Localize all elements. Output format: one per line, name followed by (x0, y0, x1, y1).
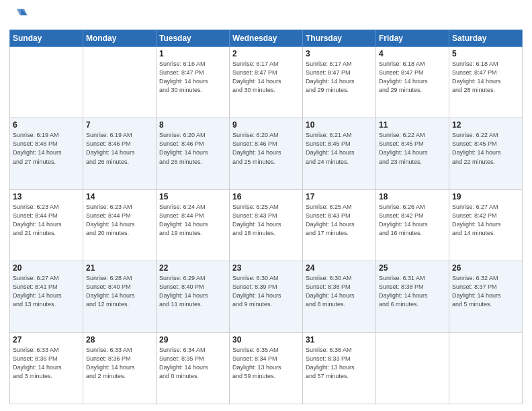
day-number: 26 (452, 263, 519, 273)
calendar-week-5: 27Sunrise: 6:33 AM Sunset: 8:36 PM Dayli… (10, 332, 523, 404)
calendar-cell: 26Sunrise: 6:32 AM Sunset: 8:37 PM Dayli… (449, 261, 523, 332)
day-number: 22 (159, 263, 226, 273)
cell-content: Sunrise: 6:24 AM Sunset: 8:44 PM Dayligh… (159, 203, 226, 238)
calendar-cell: 16Sunrise: 6:25 AM Sunset: 8:43 PM Dayli… (230, 189, 303, 261)
cell-content: Sunrise: 6:30 AM Sunset: 8:39 PM Dayligh… (232, 274, 300, 309)
day-number: 6 (13, 120, 80, 130)
calendar-cell: 19Sunrise: 6:27 AM Sunset: 8:42 PM Dayli… (449, 189, 523, 261)
calendar-cell: 30Sunrise: 6:35 AM Sunset: 8:34 PM Dayli… (230, 332, 303, 404)
calendar-cell: 6Sunrise: 6:19 AM Sunset: 8:46 PM Daylig… (10, 118, 83, 189)
header (9, 7, 523, 26)
calendar-cell: 23Sunrise: 6:30 AM Sunset: 8:39 PM Dayli… (230, 261, 303, 332)
calendar-cell: 9Sunrise: 6:20 AM Sunset: 8:46 PM Daylig… (230, 118, 303, 189)
calendar-cell: 25Sunrise: 6:31 AM Sunset: 8:38 PM Dayli… (376, 261, 449, 332)
cell-content: Sunrise: 6:31 AM Sunset: 8:38 PM Dayligh… (379, 274, 446, 309)
calendar-week-1: 1Sunrise: 6:16 AM Sunset: 8:47 PM Daylig… (10, 47, 523, 118)
cell-content: Sunrise: 6:19 AM Sunset: 8:46 PM Dayligh… (86, 131, 153, 166)
day-number: 13 (13, 192, 80, 201)
cell-content: Sunrise: 6:36 AM Sunset: 8:33 PM Dayligh… (306, 346, 373, 381)
day-number: 15 (159, 192, 226, 201)
cell-content: Sunrise: 6:16 AM Sunset: 8:47 PM Dayligh… (159, 60, 226, 95)
calendar-cell (10, 47, 83, 118)
cell-content: Sunrise: 6:21 AM Sunset: 8:45 PM Dayligh… (306, 131, 373, 166)
cell-content: Sunrise: 6:35 AM Sunset: 8:34 PM Dayligh… (232, 346, 300, 381)
calendar-cell (376, 332, 449, 404)
calendar-cell: 4Sunrise: 6:18 AM Sunset: 8:47 PM Daylig… (376, 47, 449, 118)
day-number: 14 (86, 192, 153, 201)
col-header-saturday: Saturday (449, 30, 523, 47)
page: SundayMondayTuesdayWednesdayThursdayFrid… (0, 0, 532, 411)
calendar-cell: 27Sunrise: 6:33 AM Sunset: 8:36 PM Dayli… (10, 332, 83, 404)
day-number: 30 (232, 335, 300, 345)
cell-content: Sunrise: 6:33 AM Sunset: 8:36 PM Dayligh… (13, 346, 80, 381)
calendar-cell: 7Sunrise: 6:19 AM Sunset: 8:46 PM Daylig… (83, 118, 157, 189)
cell-content: Sunrise: 6:30 AM Sunset: 8:38 PM Dayligh… (306, 274, 373, 309)
logo (9, 7, 32, 26)
day-number: 31 (306, 335, 373, 345)
day-number: 1 (159, 49, 226, 58)
day-number: 12 (452, 120, 519, 130)
calendar-cell: 20Sunrise: 6:27 AM Sunset: 8:41 PM Dayli… (10, 261, 83, 332)
day-number: 10 (306, 120, 373, 130)
calendar-cell: 11Sunrise: 6:22 AM Sunset: 8:45 PM Dayli… (376, 118, 449, 189)
cell-content: Sunrise: 6:28 AM Sunset: 8:40 PM Dayligh… (86, 274, 153, 309)
calendar-cell: 18Sunrise: 6:26 AM Sunset: 8:42 PM Dayli… (376, 189, 449, 261)
cell-content: Sunrise: 6:19 AM Sunset: 8:46 PM Dayligh… (13, 131, 80, 166)
calendar-week-3: 13Sunrise: 6:23 AM Sunset: 8:44 PM Dayli… (10, 189, 523, 261)
calendar-cell: 2Sunrise: 6:17 AM Sunset: 8:47 PM Daylig… (230, 47, 303, 118)
calendar-cell: 10Sunrise: 6:21 AM Sunset: 8:45 PM Dayli… (303, 118, 376, 189)
cell-content: Sunrise: 6:26 AM Sunset: 8:42 PM Dayligh… (379, 203, 446, 238)
col-header-sunday: Sunday (10, 30, 83, 47)
cell-content: Sunrise: 6:34 AM Sunset: 8:35 PM Dayligh… (159, 346, 226, 381)
day-number: 7 (86, 120, 153, 130)
cell-content: Sunrise: 6:18 AM Sunset: 8:47 PM Dayligh… (379, 60, 446, 95)
cell-content: Sunrise: 6:23 AM Sunset: 8:44 PM Dayligh… (86, 203, 153, 238)
day-number: 5 (452, 49, 519, 58)
calendar-cell: 8Sunrise: 6:20 AM Sunset: 8:46 PM Daylig… (157, 118, 230, 189)
calendar-cell (83, 47, 157, 118)
day-number: 16 (232, 192, 300, 201)
calendar-cell: 17Sunrise: 6:25 AM Sunset: 8:43 PM Dayli… (303, 189, 376, 261)
calendar-cell (449, 332, 523, 404)
col-header-wednesday: Wednesday (230, 30, 303, 47)
cell-content: Sunrise: 6:20 AM Sunset: 8:46 PM Dayligh… (232, 131, 300, 166)
calendar-cell: 3Sunrise: 6:17 AM Sunset: 8:47 PM Daylig… (303, 47, 376, 118)
calendar-week-4: 20Sunrise: 6:27 AM Sunset: 8:41 PM Dayli… (10, 261, 523, 332)
cell-content: Sunrise: 6:25 AM Sunset: 8:43 PM Dayligh… (306, 203, 373, 238)
day-number: 25 (379, 263, 446, 273)
day-number: 28 (86, 335, 153, 345)
day-number: 24 (306, 263, 373, 273)
cell-content: Sunrise: 6:22 AM Sunset: 8:45 PM Dayligh… (379, 131, 446, 166)
calendar-cell: 14Sunrise: 6:23 AM Sunset: 8:44 PM Dayli… (83, 189, 157, 261)
calendar-header-row: SundayMondayTuesdayWednesdayThursdayFrid… (10, 30, 523, 47)
calendar-cell: 5Sunrise: 6:18 AM Sunset: 8:47 PM Daylig… (449, 47, 523, 118)
cell-content: Sunrise: 6:25 AM Sunset: 8:43 PM Dayligh… (232, 203, 300, 238)
calendar-cell: 13Sunrise: 6:23 AM Sunset: 8:44 PM Dayli… (10, 189, 83, 261)
col-header-thursday: Thursday (303, 30, 376, 47)
day-number: 23 (232, 263, 300, 273)
calendar-week-2: 6Sunrise: 6:19 AM Sunset: 8:46 PM Daylig… (10, 118, 523, 189)
calendar-cell: 21Sunrise: 6:28 AM Sunset: 8:40 PM Dayli… (83, 261, 157, 332)
svg-marker-2 (17, 9, 28, 15)
calendar-cell: 22Sunrise: 6:29 AM Sunset: 8:40 PM Dayli… (157, 261, 230, 332)
calendar-cell: 15Sunrise: 6:24 AM Sunset: 8:44 PM Dayli… (157, 189, 230, 261)
cell-content: Sunrise: 6:29 AM Sunset: 8:40 PM Dayligh… (159, 274, 226, 309)
day-number: 29 (159, 335, 226, 345)
col-header-monday: Monday (83, 30, 157, 47)
day-number: 20 (13, 263, 80, 273)
calendar-cell: 24Sunrise: 6:30 AM Sunset: 8:38 PM Dayli… (303, 261, 376, 332)
calendar-cell: 12Sunrise: 6:22 AM Sunset: 8:45 PM Dayli… (449, 118, 523, 189)
col-header-tuesday: Tuesday (157, 30, 230, 47)
day-number: 2 (232, 49, 300, 58)
calendar-cell: 31Sunrise: 6:36 AM Sunset: 8:33 PM Dayli… (303, 332, 376, 404)
cell-content: Sunrise: 6:17 AM Sunset: 8:47 PM Dayligh… (306, 60, 373, 95)
cell-content: Sunrise: 6:22 AM Sunset: 8:45 PM Dayligh… (452, 131, 519, 166)
day-number: 18 (379, 192, 446, 201)
col-header-friday: Friday (376, 30, 449, 47)
cell-content: Sunrise: 6:23 AM Sunset: 8:44 PM Dayligh… (13, 203, 80, 238)
day-number: 17 (306, 192, 373, 201)
day-number: 11 (379, 120, 446, 130)
calendar-cell: 28Sunrise: 6:33 AM Sunset: 8:36 PM Dayli… (83, 332, 157, 404)
day-number: 19 (452, 192, 519, 201)
cell-content: Sunrise: 6:18 AM Sunset: 8:47 PM Dayligh… (452, 60, 519, 95)
